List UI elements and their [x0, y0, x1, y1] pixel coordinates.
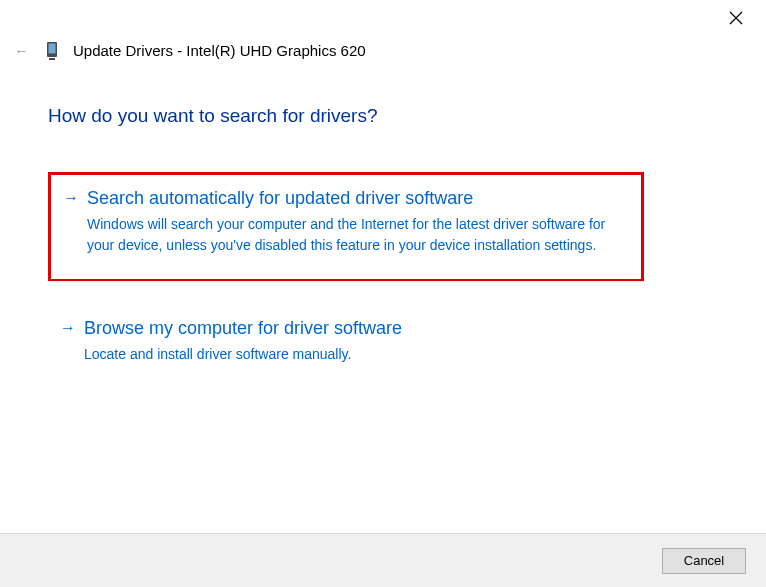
cancel-button[interactable]: Cancel	[662, 548, 746, 574]
close-icon	[729, 11, 743, 25]
dialog-footer: Cancel	[0, 533, 766, 587]
option-browse-title: Browse my computer for driver software	[84, 317, 628, 340]
svg-rect-3	[49, 43, 56, 53]
option-search-automatically[interactable]: → Search automatically for updated drive…	[48, 172, 644, 282]
close-button[interactable]	[724, 6, 748, 30]
option-browse-computer[interactable]: → Browse my computer for driver software…	[48, 305, 644, 381]
option-auto-title: Search automatically for updated driver …	[87, 187, 625, 210]
arrow-right-icon: →	[60, 319, 76, 337]
dialog-header: ← Update Drivers - Intel(R) UHD Graphics…	[12, 40, 366, 61]
arrow-right-icon: →	[63, 189, 79, 207]
dialog-title: Update Drivers - Intel(R) UHD Graphics 6…	[73, 42, 366, 59]
option-browse-description: Locate and install driver software manua…	[84, 344, 628, 364]
option-auto-description: Windows will search your computer and th…	[87, 214, 625, 255]
main-question: How do you want to search for drivers?	[48, 105, 378, 127]
back-arrow-icon[interactable]: ←	[12, 40, 31, 61]
divider	[48, 281, 644, 282]
device-icon	[45, 41, 59, 61]
svg-rect-4	[49, 58, 55, 60]
